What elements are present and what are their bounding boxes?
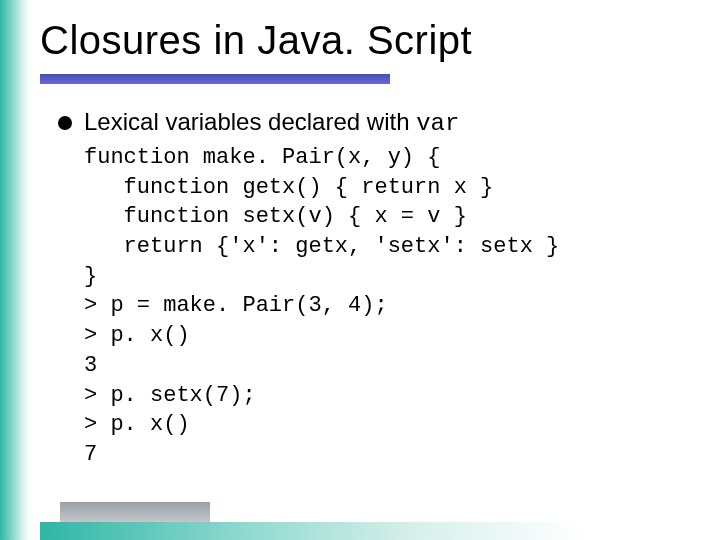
bullet-prefix: Lexical variables declared with bbox=[84, 108, 416, 135]
slide: Closures in Java. Script Lexical variabl… bbox=[0, 0, 720, 540]
bullet-item: Lexical variables declared with var bbox=[58, 108, 698, 137]
bullet-text: Lexical variables declared with var bbox=[84, 108, 459, 137]
bullet-code-word: var bbox=[416, 110, 459, 137]
slide-content: Lexical variables declared with var func… bbox=[58, 108, 698, 470]
left-gradient-strip bbox=[0, 0, 30, 540]
bullet-dot-icon bbox=[58, 116, 72, 130]
slide-title: Closures in Java. Script bbox=[40, 18, 472, 63]
bottom-bar-teal bbox=[40, 522, 720, 540]
bottom-bar-gray bbox=[60, 502, 210, 522]
code-block: function make. Pair(x, y) { function get… bbox=[84, 143, 698, 470]
title-underline bbox=[40, 74, 390, 84]
